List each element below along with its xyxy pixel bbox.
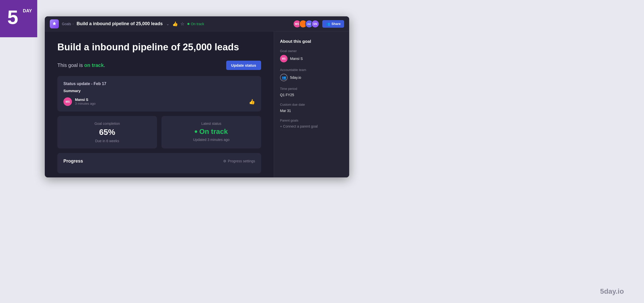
goal-owner-label: Goal owner <box>280 49 343 53</box>
content-area: Build a inbound pipeline of 25,000 leads… <box>45 31 349 177</box>
settings-icon: ⚙ <box>223 159 226 163</box>
latest-status-dot <box>195 130 197 133</box>
header-title: Build a inbound pipeline of 25,000 leads <box>77 21 163 26</box>
latest-status-value: On track <box>168 128 255 136</box>
status-bar: This goal is on track. Update status <box>57 61 261 70</box>
share-label: Share <box>332 22 341 26</box>
like-button[interactable]: 👍 <box>249 99 255 105</box>
latest-status-card: Latest status On track Updated 3 minutes… <box>162 116 261 148</box>
update-status-button[interactable]: Update status <box>226 61 261 70</box>
main-content: Build a inbound pipeline of 25,000 leads… <box>45 31 274 177</box>
status-card-author: MS Mansi S 3 minutes ago 👍 <box>63 97 255 106</box>
goal-icon <box>50 19 59 28</box>
progress-card: Progress ⚙ Progress settings <box>57 153 261 173</box>
custom-due-date-field: Custom due date Mar 31 <box>280 103 343 113</box>
on-track-badge: On track <box>187 22 204 26</box>
logo-day: DAY <box>23 8 32 14</box>
avatars-group: MS mr SN <box>293 20 319 28</box>
latest-status-label: Latest status <box>168 122 255 126</box>
progress-settings-button[interactable]: ⚙ Progress settings <box>223 159 255 163</box>
header-bar: Goals › Build a inbound pipeline of 25,0… <box>45 16 349 31</box>
watermark: 5day.io <box>600 287 624 295</box>
share-button[interactable]: 👥 Share <box>322 20 344 28</box>
status-suffix: . <box>104 62 105 68</box>
status-on-track: on track <box>84 62 104 68</box>
progress-title: Progress <box>63 159 83 164</box>
author-info: MS Mansi S 3 minutes ago <box>63 97 96 106</box>
header-right: MS mr SN 👥 Share <box>293 20 344 28</box>
status-update-date: Status update - Feb 17 <box>63 82 255 86</box>
goal-completion-card: Goal completion 65% Due in 6 weeks <box>57 116 157 148</box>
accountable-team-name: 5day.io <box>290 75 301 80</box>
breadcrumb-chevron-icon: › <box>73 22 74 26</box>
accountable-team-label: Accountable team <box>280 68 343 72</box>
accountable-team: 👥 5day.io <box>280 74 343 81</box>
connect-parent-label: + Connect a parent goal <box>280 124 318 128</box>
time-period-label: Time period <box>280 87 343 91</box>
progress-header: Progress ⚙ Progress settings <box>63 159 255 164</box>
completion-sub: Due in 6 weeks <box>63 139 151 143</box>
goal-owner: MS Mansi S <box>280 55 343 62</box>
sidebar-section-title: About this goal <box>280 39 343 44</box>
goal-owner-avatar: MS <box>280 55 288 62</box>
on-track-label: On track <box>191 22 204 26</box>
header-left: Goals › Build a inbound pipeline of 25,0… <box>50 19 204 28</box>
share-icon: 👥 <box>326 22 330 26</box>
status-update-summary-label: Summary <box>63 89 255 93</box>
on-track-dot <box>187 23 189 25</box>
status-text: This goal is on track. <box>57 62 105 68</box>
team-icon: 👥 <box>280 74 288 81</box>
main-window: Goals › Build a inbound pipeline of 25,0… <box>45 16 349 177</box>
time-period-value: Q1 FY25 <box>280 93 294 97</box>
goal-owner-field: Goal owner MS Mansi S <box>280 49 343 62</box>
connect-parent-goal-link[interactable]: + Connect a parent goal <box>280 124 343 128</box>
stats-row: Goal completion 65% Due in 6 weeks Lates… <box>57 116 261 148</box>
header-chevron-icon[interactable]: ⌄ <box>166 22 169 26</box>
star-icon[interactable]: ☆ <box>180 21 184 27</box>
custom-due-date-label: Custom due date <box>280 103 343 106</box>
parent-goals-field: Parent goals + Connect a parent goal <box>280 119 343 128</box>
page-title: Build a inbound pipeline of 25,000 leads <box>57 42 261 53</box>
header-icons: 👍 ☆ <box>172 21 184 27</box>
latest-status-sub: Updated 3 minutes ago <box>168 138 255 142</box>
author-time: 3 minutes ago <box>75 102 96 105</box>
time-period-field: Time period Q1 FY25 <box>280 87 343 97</box>
accountable-team-field: Accountable team 👥 5day.io <box>280 68 343 81</box>
logo: 5 DAY <box>0 0 37 37</box>
avatar-sn[interactable]: SN <box>311 20 319 28</box>
thumbs-up-icon[interactable]: 👍 <box>172 21 178 27</box>
status-update-card: Status update - Feb 17 Summary MS Mansi … <box>57 76 261 111</box>
sidebar: About this goal Goal owner MS Mansi S Ac… <box>274 31 349 177</box>
status-prefix: This goal is <box>57 62 84 68</box>
progress-settings-label: Progress settings <box>228 159 255 163</box>
custom-due-date-value: Mar 31 <box>280 109 291 113</box>
completion-value: 65% <box>63 128 151 137</box>
goal-owner-name: Mansi S <box>290 57 303 61</box>
breadcrumb-goals[interactable]: Goals <box>62 22 71 26</box>
author-name: Mansi S <box>75 98 96 102</box>
completion-label: Goal completion <box>63 122 151 126</box>
breadcrumb: Goals › <box>62 22 74 26</box>
parent-goals-label: Parent goals <box>280 119 343 122</box>
author-avatar: MS <box>63 97 72 106</box>
